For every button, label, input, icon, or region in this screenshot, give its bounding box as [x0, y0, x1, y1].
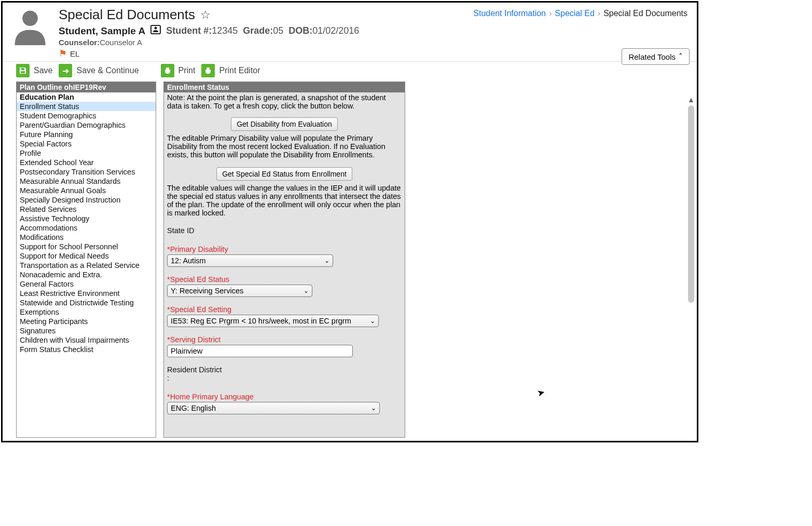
- print-button[interactable]: Print: [161, 64, 196, 77]
- chevron-right-icon: ›: [598, 9, 600, 18]
- svg-rect-3: [21, 71, 25, 73]
- svg-point-0: [22, 10, 38, 26]
- print-editor-label: Print Editor: [219, 66, 260, 75]
- get-status-button[interactable]: Get Special Ed Status from Enrollment: [216, 167, 352, 181]
- outline-item[interactable]: Specially Designed Instruction: [17, 195, 156, 205]
- outline-item[interactable]: Parent/Guardian Demographics: [17, 120, 156, 130]
- scrollbar[interactable]: ▲: [686, 95, 696, 437]
- home-lang-select[interactable]: ENG: English ⌄: [167, 402, 380, 414]
- primary-disability-select[interactable]: 12: Autism ⌄: [167, 254, 333, 267]
- print-label: Print: [178, 66, 196, 75]
- arrow-right-icon: ➔: [59, 64, 72, 77]
- sped-status-select[interactable]: Y: Receiving Services ⌄: [167, 285, 312, 297]
- home-lang-label: *Home Primary Language: [167, 393, 402, 401]
- toolbar: Save ➔ Save & Continue Print Print Edito…: [3, 61, 697, 82]
- sped-setting-label: *Special Ed Setting: [167, 305, 402, 314]
- outline-item[interactable]: Measurable Annual Goals: [17, 186, 156, 195]
- scroll-up-icon[interactable]: ▲: [686, 95, 696, 104]
- chevron-up-icon: ˄: [679, 52, 683, 61]
- printer-icon: [201, 64, 215, 77]
- outline-item[interactable]: Meeting Participants: [17, 317, 156, 326]
- related-tools-label: Related Tools: [628, 52, 676, 61]
- svg-rect-7: [166, 72, 169, 74]
- outline-item[interactable]: Transportation as a Related Service: [17, 261, 156, 270]
- status-description: The editable values will change the valu…: [167, 183, 402, 223]
- chevron-down-icon: ⌄: [370, 317, 375, 325]
- outline-header: Plan Outline ohIEP19Rev: [17, 82, 156, 92]
- save-icon: [16, 64, 30, 77]
- related-tools-button[interactable]: Related Tools ˄: [622, 48, 690, 65]
- outline-item[interactable]: Measurable Annual Standards: [17, 177, 156, 186]
- save-continue-label: Save & Continue: [76, 66, 139, 75]
- breadcrumb-student-info[interactable]: Student Information: [473, 9, 546, 18]
- outline-item[interactable]: Signatures: [17, 326, 156, 335]
- plan-outline: Plan Outline ohIEP19Rev Education PlanEn…: [16, 82, 156, 438]
- outline-item[interactable]: Statewide and Districtwide Testing: [17, 298, 156, 307]
- flag-label: EL: [70, 49, 79, 58]
- breadcrumb-current: Special Ed Documents: [603, 9, 687, 18]
- save-label: Save: [34, 66, 52, 75]
- chevron-down-icon: ⌄: [324, 257, 329, 264]
- outline-item[interactable]: Form Status Checklist: [17, 345, 156, 354]
- outline-item[interactable]: Children with Visual Impairments: [17, 335, 156, 345]
- scroll-thumb[interactable]: [688, 105, 694, 303]
- outline-item[interactable]: Profile: [17, 149, 156, 158]
- outline-item[interactable]: Postsecondary Transition Services: [17, 167, 156, 177]
- primary-disability-label: *Primary Disability: [167, 245, 402, 253]
- outline-item[interactable]: Extended School Year: [17, 158, 156, 167]
- save-button[interactable]: Save: [16, 64, 52, 77]
- chevron-down-icon: ⌄: [304, 287, 309, 294]
- save-continue-button[interactable]: ➔ Save & Continue: [59, 64, 139, 77]
- outline-item[interactable]: Support for Medical Needs: [17, 251, 156, 261]
- sped-status-label: *Special Ed Status: [167, 275, 402, 284]
- panel-header: Enrollment Status: [164, 82, 405, 92]
- outline-item[interactable]: Nonacademic and Extra.: [17, 270, 156, 279]
- student-grade: Grade:05: [243, 25, 283, 36]
- page-title: Special Ed Documents: [59, 7, 195, 23]
- counselor: Counselor:Counselor A: [59, 38, 689, 47]
- outline-item[interactable]: General Factors: [17, 279, 156, 289]
- outline-item[interactable]: Future Planning: [17, 130, 156, 139]
- svg-rect-4: [21, 68, 24, 70]
- svg-point-2: [155, 27, 157, 30]
- chevron-right-icon: ›: [549, 9, 552, 18]
- outline-item[interactable]: Student Demographics: [17, 111, 156, 120]
- avatar: [11, 7, 49, 45]
- id-card-icon[interactable]: [150, 25, 161, 37]
- state-id-label: State ID: [167, 226, 402, 235]
- serving-district-input[interactable]: Plainview: [167, 345, 353, 357]
- outline-item[interactable]: Accommodations: [17, 223, 156, 233]
- flag-icon: ⚑: [59, 48, 67, 59]
- panel-note: Note: At the point the plan is generated…: [167, 92, 402, 115]
- svg-rect-10: [207, 72, 210, 74]
- outline-item[interactable]: Education Plan: [17, 92, 156, 102]
- outline-item[interactable]: Modifications: [17, 233, 156, 242]
- breadcrumb-special-ed[interactable]: Special Ed: [555, 9, 595, 18]
- svg-rect-9: [207, 68, 210, 70]
- serving-district-label: *Serving District: [167, 335, 402, 344]
- enrollment-status-panel: Enrollment Status Note: At the point the…: [163, 82, 405, 438]
- svg-rect-6: [166, 68, 169, 70]
- resident-district-label: Resident District: [167, 366, 402, 374]
- get-disability-button[interactable]: Get Disability from Evaluation: [231, 117, 338, 131]
- outline-item[interactable]: Support for School Personnel: [17, 242, 156, 251]
- outline-item[interactable]: Least Restrictive Environment: [17, 289, 156, 298]
- outline-item[interactable]: Special Factors: [17, 139, 156, 149]
- print-editor-button[interactable]: Print Editor: [201, 64, 260, 77]
- disability-description: The editable Primary Disability value wi…: [167, 133, 402, 165]
- svg-rect-1: [151, 25, 160, 34]
- outline-item[interactable]: Related Services: [17, 205, 156, 214]
- student-name: Student, Sample A: [59, 25, 145, 37]
- outline-item[interactable]: Assistive Technology: [17, 214, 156, 223]
- outline-item[interactable]: Exemptions: [17, 307, 156, 317]
- breadcrumb: Student Information › Special Ed › Speci…: [473, 9, 687, 18]
- sped-setting-select[interactable]: IE53: Reg EC Prgrm < 10 hrs/week, most i…: [167, 315, 379, 327]
- outline-list: Education PlanEnrollment StatusStudent D…: [17, 92, 156, 437]
- outline-item[interactable]: Enrollment Status: [17, 102, 156, 111]
- chevron-down-icon: ⌄: [371, 404, 376, 412]
- printer-icon: [161, 64, 174, 77]
- star-icon[interactable]: ☆: [200, 8, 211, 22]
- resident-district-value: :: [167, 374, 402, 382]
- student-dob: DOB:01/02/2016: [288, 25, 359, 36]
- student-number: Student #:12345: [166, 25, 238, 36]
